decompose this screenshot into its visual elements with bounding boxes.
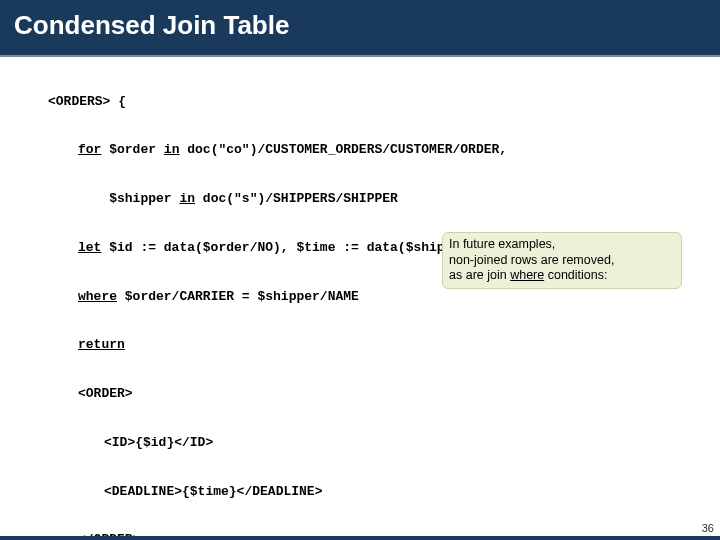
kw-where: where	[78, 289, 117, 304]
slide-content: <ORDERS> { for $order in doc("co")/CUSTO…	[0, 57, 720, 540]
slide-header: Condensed Join Table	[0, 0, 720, 57]
footer-bar	[0, 536, 720, 540]
xquery-code-block: <ORDERS> { for $order in doc("co")/CUSTO…	[48, 61, 690, 540]
slide-title: Condensed Join Table	[14, 10, 706, 41]
callout-note: In future examples, non-joined rows are …	[442, 232, 682, 289]
slide-number: 36	[702, 522, 714, 534]
kw-in2: in	[179, 191, 195, 206]
kw-let: let	[78, 240, 101, 255]
kw-for: for	[78, 142, 101, 157]
kw-return: return	[78, 337, 125, 352]
kw-in: in	[164, 142, 180, 157]
code-l1: <ORDERS> {	[48, 94, 126, 109]
